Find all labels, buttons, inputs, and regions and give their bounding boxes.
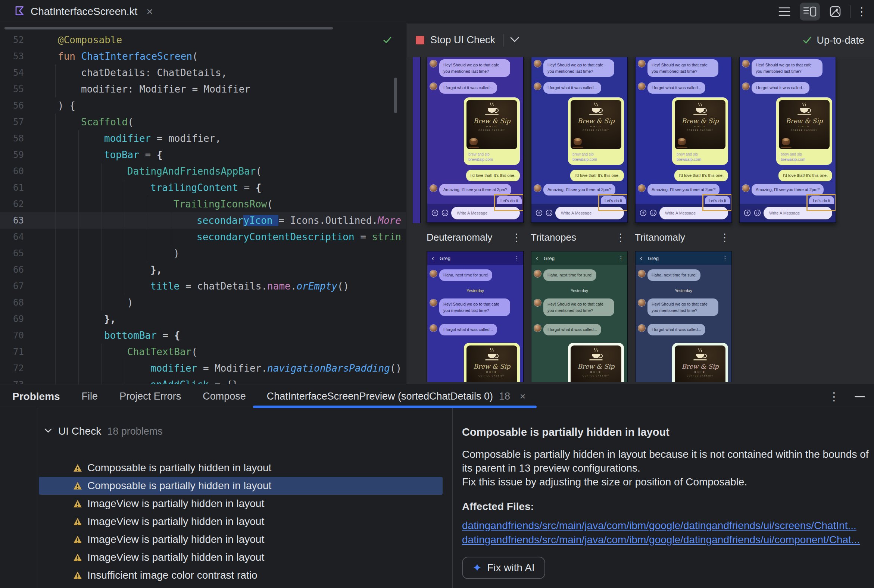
code-line[interactable]: 68)	[0, 294, 406, 311]
code-line[interactable]: 58modifier = modifier,	[0, 130, 406, 147]
chat-menu-icon[interactable]: ⋮	[514, 255, 520, 261]
preview-menu-icon[interactable]: ⋮	[511, 231, 522, 244]
code-line[interactable]: 67title = chatDetails.name.orEmpty()	[0, 278, 406, 294]
preview-menu-icon[interactable]: ⋮	[616, 231, 626, 244]
link-preview-card[interactable]: Brew & Sip OHID COFFEE CASSIDY brew and …	[568, 98, 624, 165]
code-line[interactable]: 70bottomBar = {	[0, 327, 406, 344]
phone-preview[interactable]: Hey! Should we go to that cafe you menti…	[531, 57, 628, 223]
problem-row[interactable]: Composable is partially hidden in layout	[39, 459, 443, 477]
code-line[interactable]: 69},	[0, 311, 406, 327]
code-line[interactable]: 53fun ChatInterfaceScreen(	[0, 48, 406, 64]
tab-compose[interactable]: Compose	[203, 391, 246, 402]
code-line[interactable]: 57Scaffold(	[0, 114, 406, 130]
phone-preview[interactable]: ‹ Greg ⋮ Haha, next time for sure!Yester…	[426, 251, 524, 382]
preview-label: Deuteranomaly ⋮	[426, 229, 524, 246]
chevron-down-icon[interactable]	[510, 37, 520, 44]
emoji-icon[interactable]	[546, 209, 553, 218]
phone-preview[interactable]: ‹ Greg ⋮ Haha, next time for sure!Yester…	[635, 251, 732, 382]
code-line[interactable]: 62TrailingIconsRow(	[0, 196, 406, 212]
code-view-button[interactable]	[774, 3, 794, 21]
avatar	[534, 299, 541, 306]
minimize-panel-icon[interactable]	[854, 396, 865, 398]
horizontal-scrollbar[interactable]	[5, 27, 333, 30]
outgoing-message-bubble: I'd love that! It's this one.	[778, 170, 832, 182]
code-line[interactable]: 61trailingContent = {	[0, 180, 406, 196]
message-bubble: I forgot what it was called...	[752, 82, 809, 94]
more-options-icon[interactable]: ⋮	[856, 6, 867, 17]
add-attachment-icon[interactable]	[744, 209, 751, 218]
code-line[interactable]: 73onAddClick = {}	[0, 376, 406, 384]
outgoing-message-bubble: I'd love that! It's this one.	[570, 170, 624, 182]
emoji-icon[interactable]	[650, 209, 657, 218]
affected-file-link[interactable]: datingandfriends/src/main/java/com/ibm/g…	[462, 519, 860, 533]
code-line[interactable]: 65)	[0, 245, 406, 261]
back-icon[interactable]: ‹	[536, 255, 538, 261]
design-view-button[interactable]	[825, 3, 845, 21]
code-line[interactable]: 55modifier: Modifier = Modifier	[0, 81, 406, 98]
emoji-icon[interactable]	[442, 209, 449, 218]
chat-menu-icon[interactable]: ⋮	[722, 255, 728, 261]
split-view-button[interactable]	[800, 3, 820, 21]
link-preview-card[interactable]: Brew & Sip OHID COFFEE CASSIDY brew and …	[464, 98, 520, 165]
link-preview-card[interactable]: Brew & Sip OHID COFFEE CASSIDY	[672, 343, 728, 382]
problem-row[interactable]: Composable is partially hidden in layout	[39, 477, 443, 495]
link-url[interactable]: brew&sip.com	[781, 157, 830, 162]
link-url[interactable]: brew&sip.com	[469, 157, 517, 162]
back-icon[interactable]: ‹	[432, 255, 434, 261]
code-line[interactable]: 71ChatTextBar(	[0, 344, 406, 360]
fix-with-ai-button[interactable]: ✦ Fix with AI	[462, 556, 545, 579]
problem-row[interactable]: ImageView is partially hidden in layout	[39, 513, 443, 531]
close-tab-icon[interactable]: ×	[146, 5, 153, 18]
code-line[interactable]: 66},	[0, 261, 406, 278]
add-attachment-icon[interactable]	[640, 209, 647, 218]
avatar	[534, 270, 541, 277]
panel-options-icon[interactable]: ⋮	[829, 391, 839, 402]
day-divider: Yesterday	[532, 288, 627, 293]
problem-row[interactable]: ImageView is partially hidden in layout	[39, 495, 443, 513]
tab-file[interactable]: File	[82, 391, 98, 402]
code-line[interactable]: 54chatDetails: ChatDetails,	[0, 64, 406, 81]
editor-tab[interactable]: ChatInterfaceScreen.kt ×	[8, 0, 160, 23]
problems-tab-bar: Problems File Project Errors Compose Cha…	[0, 385, 874, 408]
ui-check-group-row[interactable]: UI Check 18 problems	[0, 422, 452, 440]
phone-preview[interactable]: ‹ Greg ⋮ Haha, next time for sure!Yester…	[531, 251, 628, 382]
add-attachment-icon[interactable]	[536, 209, 543, 218]
incoming-message: Amazing, I'll see you there at 2pm?	[430, 184, 511, 195]
vertical-scrollbar[interactable]	[394, 78, 397, 113]
code-line[interactable]: 64secondaryContentDescription = strin	[0, 229, 406, 245]
avatar	[430, 270, 437, 277]
back-icon[interactable]: ‹	[640, 255, 642, 261]
preview-menu-icon[interactable]: ⋮	[719, 231, 730, 244]
problem-row[interactable]: ImageView is partially hidden in layout	[39, 549, 443, 566]
stop-icon	[416, 36, 424, 44]
phone-preview[interactable]: Hey! Should we go to that cafe you menti…	[739, 57, 836, 223]
link-preview-card[interactable]: Brew & Sip OHID COFFEE CASSIDY	[464, 343, 520, 382]
phone-preview[interactable]: Hey! Should we go to that cafe you menti…	[426, 57, 524, 223]
link-preview-card[interactable]: Brew & Sip OHID COFFEE CASSIDY brew and …	[672, 98, 728, 165]
code-line[interactable]: 60DatingAndFriendsAppBar(	[0, 163, 406, 180]
close-tab-icon[interactable]: ×	[520, 391, 526, 402]
code-line[interactable]: 72modifier = Modifier.navigationBarsPadd…	[0, 360, 406, 376]
code-line[interactable]: 63secondaryIcon = Icons.Outlined.More	[0, 212, 406, 229]
tab-ui-check-preview[interactable]: ChatInterfaceScreenPreview (sortedChatDe…	[267, 391, 526, 402]
chat-menu-icon[interactable]: ⋮	[619, 255, 623, 261]
problem-row[interactable]: Insufficient image color contrast ratio	[39, 566, 443, 584]
link-preview-card[interactable]: Brew & Sip OHID COFFEE CASSIDY	[568, 343, 624, 382]
problem-row[interactable]: Insufficient image color contrast ratio	[39, 584, 443, 588]
link-preview-card[interactable]: Brew & Sip OHID COFFEE CASSIDY brew and …	[776, 98, 832, 165]
link-url[interactable]: brew&sip.com	[572, 157, 621, 162]
stop-ui-check-button[interactable]: Stop UI Check	[416, 34, 495, 46]
link-url[interactable]: brew&sip.com	[677, 157, 725, 162]
phone-preview[interactable]: Hey! Should we go to that cafe you menti…	[635, 57, 732, 223]
code-line[interactable]: 52@Composable	[0, 32, 406, 48]
emoji-icon[interactable]	[754, 209, 761, 218]
code-line[interactable]: 59topBar = {	[0, 147, 406, 163]
code-line[interactable]: 56) {	[0, 98, 406, 114]
problem-row[interactable]: ImageView is partially hidden in layout	[39, 531, 443, 549]
tab-project-errors[interactable]: Project Errors	[119, 391, 181, 402]
brew-and-sip-image: Brew & Sip OHID COFFEE CASSIDY	[779, 100, 830, 149]
affected-file-link[interactable]: datingandfriends/src/main/java/com/ibm/g…	[462, 533, 860, 547]
chevron-expanded-icon[interactable]	[44, 428, 52, 435]
code-editor[interactable]: 52@Composable53fun ChatInterfaceScreen(5…	[0, 24, 406, 384]
add-attachment-icon[interactable]	[431, 209, 439, 218]
